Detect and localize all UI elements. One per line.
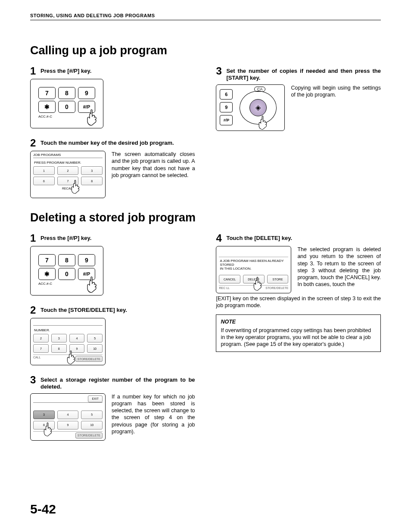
- step-num: 3: [30, 375, 40, 385]
- ts-btn: 3: [81, 166, 103, 175]
- ts-msg2: IN THIS LOCATION.: [216, 267, 291, 271]
- keypad-illustration: 7 8 9 ✱ 0 #/P ACC.#-C: [30, 246, 103, 296]
- ts-btn: 10: [81, 421, 103, 429]
- sp-key-6: 6: [220, 89, 233, 100]
- ts-btn: 2: [33, 334, 49, 342]
- touchscreen-number: NUMBER. 2 3 4 5 7 8 9 10 CALL: [30, 318, 106, 365]
- keypad-8: 8: [58, 254, 75, 266]
- ts-btn: 8: [51, 344, 67, 353]
- ts-btn: 4: [69, 334, 85, 342]
- s2-step4-desc-part1: The selected program is deleted and you …: [297, 246, 381, 288]
- section2-title: Deleting a stored job program: [30, 211, 381, 224]
- ts-msg1: A JOB PROGRAM HAS BEEN ALREADY STORED: [216, 259, 291, 267]
- step-num: 2: [30, 138, 40, 148]
- keypad-8: 8: [58, 87, 75, 99]
- step-num: 2: [30, 305, 40, 315]
- ts-btn: 5: [87, 334, 103, 342]
- s2-step3-title: Select a storage register number of the …: [40, 375, 195, 391]
- ts-msg: PRESS PROGRAM NUMBER.: [31, 161, 105, 165]
- note-body: If overwriting of programmed copy settin…: [221, 327, 376, 348]
- step3-desc: Copying will begin using the settings of…: [291, 84, 381, 99]
- keypad-star: ✱: [38, 268, 56, 280]
- ts-btn: 6: [33, 177, 55, 185]
- ts-btn: 7: [33, 344, 49, 353]
- startpanel-illustration: 6 9 #/P CA ◈: [216, 84, 285, 131]
- step2-title: Touch the number key of the desired job …: [40, 138, 174, 146]
- ts-btn: 4: [57, 411, 79, 419]
- step-num: 1: [30, 66, 40, 76]
- ts-title: JOB PROGRAMS: [31, 151, 105, 158]
- keypad-illustration: 7 8 9 ✱ 0 #/P ACC.#-C: [30, 79, 103, 128]
- keypad-7: 7: [38, 254, 56, 266]
- step-num: 1: [30, 233, 40, 243]
- keypad-star: ✱: [38, 101, 56, 113]
- touchscreen-exit: EXIT 3 4 5 8 9 10: [30, 393, 106, 441]
- hand-icon: [69, 180, 81, 194]
- hand-icon: [65, 350, 76, 365]
- keypad-9: 9: [78, 254, 95, 266]
- header: STORING, USING AND DELETING JOB PROGRAMS: [30, 13, 381, 20]
- ts-cancel: CANCEL: [219, 275, 240, 283]
- keypad-7: 7: [38, 87, 56, 99]
- step3-title: Set the number of copies if needed and t…: [226, 66, 381, 82]
- sp-key-hashp: #/P: [220, 115, 233, 125]
- ts-btn: 9: [57, 421, 79, 429]
- ts-btn: 1: [33, 166, 55, 175]
- ts-store-delete: STORE/DELETE: [75, 432, 103, 439]
- page-number: 5-42: [30, 502, 56, 516]
- s2-step1-title: Press the [#/P] key.: [40, 233, 91, 242]
- s2-step2-title: Touch the [STORE/DELETE] key.: [40, 305, 127, 314]
- ts-foot-left: REC LL: [219, 286, 230, 289]
- touchscreen-delete: A JOB PROGRAM HAS BEEN ALREADY STORED IN…: [216, 246, 291, 293]
- section1-title: Calling up a job program: [30, 44, 381, 57]
- s2-step4-title: Touch the [DELETE] key.: [226, 233, 292, 242]
- ts-btn: 5: [81, 411, 103, 419]
- sp-key-9: 9: [220, 102, 233, 112]
- hand-icon: [42, 422, 53, 437]
- ts-btn: 8: [81, 177, 103, 185]
- step1-title: Press the [#/P] key.: [40, 66, 91, 75]
- keypad-0: 0: [58, 101, 75, 113]
- ts-btn: 3: [51, 334, 67, 342]
- ts-btn: 2: [57, 166, 79, 175]
- ts-btn-selected: 3: [33, 411, 55, 419]
- ts-store-delete: STORE/DELETE: [75, 356, 103, 362]
- step-num: 4: [216, 233, 226, 243]
- hand-icon: [85, 109, 98, 126]
- ts-msg: NUMBER.: [31, 328, 105, 332]
- note-title: NOTE: [221, 318, 376, 325]
- ts-exit: EXIT: [88, 395, 103, 402]
- s2-step4-desc-part2: [EXIT] key on the screen displayed in th…: [216, 295, 381, 309]
- ts-btn: 10: [87, 344, 103, 353]
- ts-foot-right: STORE/DELETE: [265, 286, 288, 289]
- touchscreen-jobprograms: JOB PROGRAMS PRESS PROGRAM NUMBER. 1 2 3…: [30, 151, 106, 198]
- keypad-0: 0: [58, 268, 75, 280]
- ts-store: STORE: [267, 275, 289, 283]
- hand-icon: [257, 115, 268, 131]
- hand-icon: [85, 276, 98, 293]
- hand-icon: [252, 277, 263, 291]
- step-num: 3: [216, 66, 226, 76]
- s2-step3-desc: If a number key for which no job program…: [112, 393, 195, 436]
- ts-foot-left: CALL: [33, 356, 41, 362]
- note-box: NOTE If overwriting of programmed copy s…: [216, 314, 381, 352]
- start-button: ◈: [249, 99, 267, 116]
- ts-recall: RECALL: [31, 187, 105, 190]
- step2-desc: The screen automatically closes and the …: [112, 151, 195, 179]
- keypad-9: 9: [78, 87, 95, 99]
